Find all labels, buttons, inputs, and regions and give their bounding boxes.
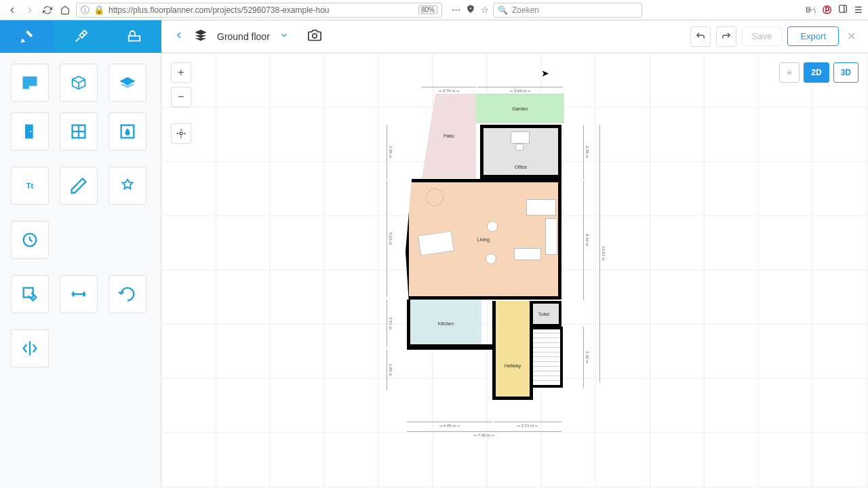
dim-right-lower: 2.36 m <box>583 327 589 388</box>
round-chair[interactable] <box>486 253 496 264</box>
rotate-tool[interactable] <box>108 275 146 313</box>
view-3d-button[interactable]: 3D <box>833 62 859 83</box>
furniture-tab[interactable] <box>108 20 161 53</box>
forward-button[interactable] <box>23 3 37 17</box>
dimension-tool[interactable] <box>60 275 98 313</box>
floorplan[interactable]: Garden Patio Office Living Kitchen Toile… <box>392 72 595 431</box>
svg-rect-0 <box>840 5 847 13</box>
search-placeholder: Zoeken <box>512 5 539 15</box>
round-table[interactable] <box>487 221 498 232</box>
room-hallway[interactable]: Hallway <box>492 301 533 400</box>
floor-dropdown-icon[interactable] <box>279 30 289 43</box>
dim-top-left: 3.79 m <box>422 87 476 93</box>
edit-tool[interactable] <box>11 275 49 313</box>
svg-point-2 <box>312 33 317 38</box>
url-text: https://plus.floorplanner.com/projects/5… <box>108 5 330 15</box>
zoom-out-button[interactable]: − <box>171 87 191 107</box>
zoom-in-button[interactable]: + <box>171 62 191 83</box>
decorate-tab[interactable] <box>54 20 107 53</box>
room-kitchen[interactable]: Kitchen <box>407 300 481 347</box>
back-chevron-icon[interactable] <box>174 30 184 43</box>
lock-icon: 🔒 <box>94 5 104 15</box>
export-button[interactable]: Export <box>787 26 839 46</box>
sofa-2[interactable] <box>545 218 557 255</box>
pocket-icon[interactable] <box>466 4 475 16</box>
undo-button[interactable] <box>690 26 711 47</box>
pencil-tool[interactable] <box>60 167 98 205</box>
redo-button[interactable] <box>716 26 736 47</box>
view-2d-button[interactable]: 2D <box>804 62 829 83</box>
desk[interactable] <box>511 131 530 144</box>
home-button[interactable] <box>58 3 72 17</box>
room-garden[interactable]: Garden <box>476 94 564 123</box>
info-icon: ⓘ <box>81 4 90 16</box>
stairs[interactable] <box>533 327 563 388</box>
zoom-level[interactable]: 80% <box>418 5 437 14</box>
canvas[interactable]: + − 2D 3D ➤ Garden Patio Office Living K… <box>161 53 868 488</box>
camera-icon[interactable] <box>308 28 321 45</box>
draw-surface-tool[interactable] <box>108 64 146 102</box>
dim-left-upper: 2.36 m <box>387 125 393 179</box>
wall <box>407 344 496 350</box>
menu-icon[interactable]: ☰ <box>854 5 863 15</box>
scale-tool[interactable] <box>11 221 49 259</box>
search-icon: 🔍 <box>498 5 508 15</box>
dim-bottom-total: 7.46 m <box>407 431 561 437</box>
close-icon[interactable]: ✕ <box>844 30 859 43</box>
sofa[interactable] <box>526 199 556 216</box>
dim-left-mid: 5.10 m <box>387 180 393 297</box>
dim-right-mid: 9.42 m <box>583 180 589 300</box>
camera-point-tool[interactable] <box>108 167 146 205</box>
sidebar: Tt <box>0 53 161 488</box>
dim-right-upper: 2.35 m <box>583 125 589 179</box>
mode-tabs <box>0 20 161 53</box>
url-bar[interactable]: ⓘ 🔒 https://plus.floorplanner.com/projec… <box>76 3 442 18</box>
mirror-tool[interactable] <box>11 329 49 367</box>
view-settings-button[interactable] <box>779 62 800 83</box>
dim-left-lower: 2.51 m <box>387 300 393 347</box>
main: Tt + − 2D 3D ➤ Garden <box>0 53 868 488</box>
browser-chrome: ⓘ 🔒 https://plus.floorplanner.com/projec… <box>0 0 868 20</box>
build-tab[interactable] <box>0 20 54 53</box>
dim-top-right: 3.94 m <box>477 87 563 93</box>
draw-room-tool[interactable] <box>11 64 49 102</box>
dim-left-bottom: 1.82 m <box>387 350 393 390</box>
dim-bottom-left: 4.45 m <box>407 422 492 428</box>
star-icon[interactable]: ☆ <box>481 5 489 15</box>
text-tool[interactable]: Tt <box>11 167 49 205</box>
svg-rect-3 <box>25 125 33 139</box>
window-tool[interactable] <box>60 113 98 150</box>
reload-button[interactable] <box>41 3 54 17</box>
dim-bottom-right: 2.71 m <box>494 422 561 428</box>
pinterest-icon[interactable]: ⓟ <box>823 4 831 16</box>
fireplace-tool[interactable] <box>108 113 146 150</box>
save-button: Save <box>742 26 783 46</box>
locate-button[interactable] <box>171 123 191 144</box>
draw-wall-tool[interactable] <box>60 64 98 102</box>
floor-label: Ground floor <box>217 31 270 42</box>
back-button[interactable] <box>5 3 19 17</box>
room-patio[interactable]: Patio <box>422 94 476 178</box>
chair[interactable] <box>515 144 524 150</box>
svg-point-12 <box>789 72 790 73</box>
search-box[interactable]: 🔍 Zoeken <box>493 3 642 18</box>
svg-point-4 <box>30 131 31 132</box>
door-tool[interactable] <box>11 113 49 150</box>
library-icon[interactable]: ⊪\ <box>806 5 816 16</box>
dim-right-total: 13.51 m <box>599 125 606 382</box>
url-actions: ⋯ ☆ <box>452 4 489 16</box>
more-icon[interactable]: ⋯ <box>452 5 460 15</box>
coffee-table[interactable] <box>514 248 541 260</box>
sidebar-icon[interactable] <box>838 4 848 16</box>
plant[interactable] <box>426 188 443 206</box>
app-header: Ground floor Save Export ✕ <box>0 20 868 53</box>
layers-icon[interactable] <box>194 28 208 45</box>
svg-point-11 <box>180 132 182 135</box>
